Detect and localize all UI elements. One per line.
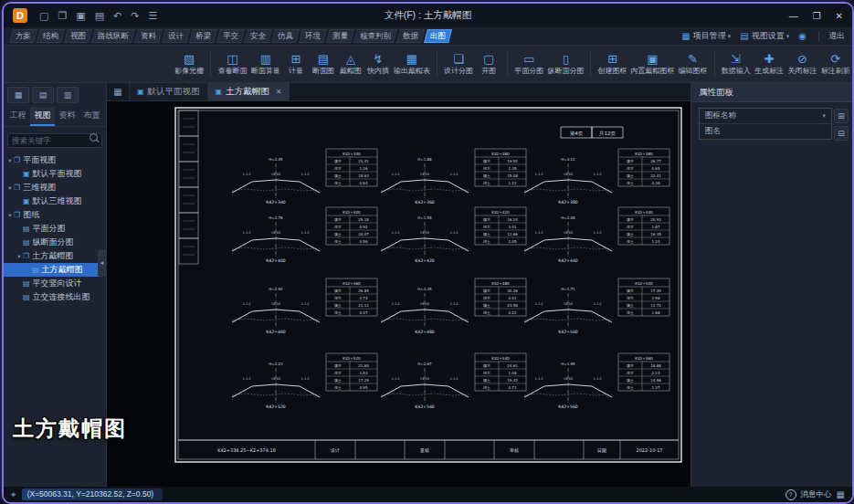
tree-view-icon[interactable]: ▦	[7, 87, 29, 103]
svg-text:K42+440: K42+440	[558, 258, 578, 263]
svg-text:2.35: 2.35	[509, 166, 517, 171]
exit-button[interactable]: 退出	[828, 30, 845, 42]
measure-button[interactable]: ⊞计量	[282, 52, 310, 76]
svg-text:0.74: 0.74	[360, 296, 368, 300]
search-input[interactable]	[7, 133, 102, 148]
maximize-button[interactable]: ❐	[813, 11, 821, 21]
tab-list-icon[interactable]: ▦	[107, 83, 130, 100]
detail-view-icon[interactable]: ▥	[57, 87, 79, 103]
export-capping-table-button[interactable]: ▦输出戴帽表	[392, 52, 432, 76]
document-tab[interactable]: ▣土方戴帽图✕	[208, 83, 290, 100]
tree-item[interactable]: ▤土方戴帽图	[4, 263, 106, 277]
create-annotation-button[interactable]: ✚生成标注	[753, 52, 785, 76]
tree-item[interactable]: ▤立交连接线出图	[4, 290, 106, 304]
menu-tab[interactable]: 平交	[216, 29, 245, 43]
menu-tab[interactable]: 安全	[244, 29, 272, 43]
svg-text:填方: 填方	[333, 159, 342, 163]
design-sheet-button[interactable]: ❏设计分图	[442, 52, 475, 76]
refresh-annotation-button[interactable]: ⟳标注刷新	[819, 52, 852, 76]
menu-tab[interactable]: 出图	[424, 29, 452, 43]
menu-tab[interactable]: 方案	[9, 29, 37, 43]
menu-tab[interactable]: 资料	[134, 29, 163, 43]
menu-tab[interactable]: 视图	[64, 29, 92, 43]
tree-item[interactable]: ▾❐图纸	[4, 208, 106, 222]
svg-text:1.53: 1.53	[360, 371, 368, 375]
svg-text:填土: 填土	[333, 173, 342, 178]
menu-tab[interactable]: 结构	[37, 29, 65, 43]
new-file-icon[interactable]: ▢	[39, 10, 48, 22]
menu-tab[interactable]: 核查判别	[353, 29, 397, 43]
section-quantity-button[interactable]: ▥断面算量	[249, 52, 282, 76]
svg-text:填方: 填方	[626, 217, 634, 222]
redo-icon[interactable]: ↷	[131, 10, 139, 22]
tree-item[interactable]: ▣默认平面视图	[4, 167, 106, 181]
create-frame-button[interactable]: ⊞创建图框	[596, 52, 628, 76]
svg-text:19.43: 19.43	[507, 378, 518, 383]
project-manage[interactable]: ▦项目管理▾	[681, 30, 731, 42]
open-file-icon[interactable]: ❐	[58, 10, 67, 22]
menu-icon[interactable]: ☰	[149, 10, 158, 22]
data-input-button[interactable]: ⇲数据输入	[720, 52, 753, 76]
svg-text:1:1.5: 1:1.5	[300, 231, 309, 235]
menu-tab[interactable]: 仿真	[271, 29, 300, 43]
builtin-capping-frame-button[interactable]: ▣内置戴帽图框	[629, 52, 677, 76]
sidebar-tab[interactable]: 资料	[55, 107, 79, 126]
sidebar-tab[interactable]: 视图	[30, 107, 55, 126]
document-tab[interactable]: ▣默认平面视图	[130, 83, 208, 100]
tree-item[interactable]: ▾❐三维视图	[4, 181, 106, 194]
svg-text:K42+440: K42+440	[635, 210, 653, 215]
property-row[interactable]: 图名	[700, 124, 831, 139]
close-tab-icon[interactable]: ✕	[276, 88, 282, 96]
svg-text:16.50: 16.50	[564, 302, 574, 306]
tree-item[interactable]: ▾❐平面视图	[4, 153, 106, 167]
plan-sheet-button[interactable]: ▭平面分图	[512, 52, 545, 76]
menu-tab[interactable]: 测量	[326, 29, 354, 43]
view-section-icon: ◫	[227, 52, 237, 67]
property-row[interactable]: 图框名称▾	[700, 109, 831, 124]
print-icon[interactable]: ▤	[95, 10, 104, 22]
user-icon[interactable]: ◉	[798, 31, 807, 41]
edit-frame-button[interactable]: ✎编辑图框	[676, 52, 709, 76]
svg-text:挖土: 挖土	[627, 385, 634, 390]
sidebar-tab[interactable]: 工程	[5, 107, 30, 126]
svg-text:填方: 填方	[626, 159, 634, 163]
tree-item[interactable]: ▾❐土方戴帽图	[4, 249, 106, 263]
svg-text:H=2.76: H=2.76	[269, 215, 283, 220]
raster-image-button[interactable]: ▧影像光栅	[173, 52, 206, 76]
minimize-button[interactable]: —	[789, 11, 798, 21]
add-property-button[interactable]: ⊞	[834, 109, 849, 123]
sidebar-tab[interactable]: 布置	[79, 107, 104, 126]
quick-interpolate-button[interactable]: ↯快内插	[364, 52, 392, 76]
profile-sheet-button[interactable]: ▯纵断面分图	[546, 52, 586, 76]
menu-tab[interactable]: 设计	[162, 29, 190, 43]
sheet-icon: ▤	[32, 266, 39, 274]
view-section-button[interactable]: ◫查看断面	[216, 52, 248, 76]
undo-icon[interactable]: ↶	[113, 10, 121, 22]
collapse-property-button[interactable]: ⊟	[834, 126, 849, 141]
tree-item[interactable]: ▣默认三维视图	[4, 194, 106, 208]
close-button[interactable]: ✕	[836, 11, 843, 21]
svg-text:28.77: 28.77	[650, 159, 661, 163]
section-drawing-button[interactable]: ▤断面图	[310, 52, 337, 76]
capping-drawing-button[interactable]: ◬戴帽图	[337, 52, 364, 76]
tree-item[interactable]: ▤平交竖向设计	[4, 277, 106, 290]
sidebar-collapse-button[interactable]: ◂	[98, 249, 106, 277]
svg-text:16.50: 16.50	[420, 173, 430, 176]
tree-item[interactable]: ▤平面分图	[4, 222, 106, 236]
grid-icon[interactable]: ▦	[837, 489, 845, 499]
menu-tab[interactable]: 桥梁	[189, 29, 217, 43]
view-settings[interactable]: ▤视图设置▾	[740, 30, 789, 42]
tree-item[interactable]: ▤纵断面分图	[4, 236, 106, 249]
svg-text:填方: 填方	[626, 289, 634, 293]
help-icon[interactable]: ?	[785, 489, 796, 500]
save-icon[interactable]: ▣	[76, 10, 85, 22]
drawing-canvas[interactable]: 第4页共12页K42+334.25~K2+374.18设计复核审核日期2022-…	[107, 101, 691, 487]
close-annotation-button[interactable]: ⊘关闭标注	[785, 52, 818, 76]
menu-tab[interactable]: 环境	[299, 29, 327, 43]
svg-text:2.24: 2.24	[652, 371, 660, 375]
menu-tab[interactable]: 路线纵断	[91, 29, 135, 43]
list-view-icon[interactable]: ▤	[32, 87, 54, 103]
menu-tab[interactable]: 数据	[396, 29, 425, 43]
open-sheet-button[interactable]: ▢开图	[475, 52, 502, 76]
status-right-label[interactable]: 消息中心	[801, 489, 832, 500]
